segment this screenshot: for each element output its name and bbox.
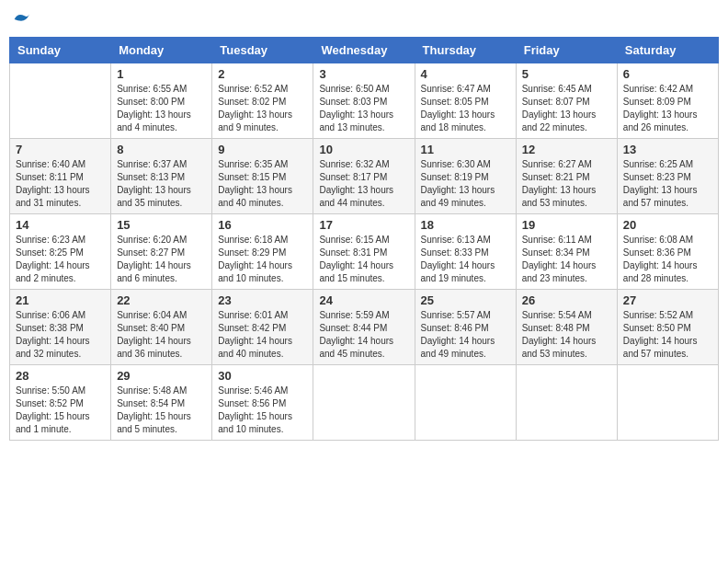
calendar-cell: 13Sunrise: 6:25 AMSunset: 8:23 PMDayligh… [617,139,718,214]
calendar-cell: 17Sunrise: 6:15 AMSunset: 8:31 PMDayligh… [313,214,415,290]
day-info: Sunrise: 6:01 AMSunset: 8:42 PMDaylight:… [218,309,307,361]
calendar-cell: 20Sunrise: 6:08 AMSunset: 8:36 PMDayligh… [617,214,718,290]
calendar-cell: 5Sunrise: 6:45 AMSunset: 8:07 PMDaylight… [516,63,617,139]
calendar-cell [415,365,516,441]
logo-area [9,9,33,29]
day-info: Sunrise: 6:25 AMSunset: 8:23 PMDaylight:… [623,158,712,210]
calendar-cell: 1Sunrise: 6:55 AMSunset: 8:00 PMDaylight… [111,63,212,139]
calendar-cell: 14Sunrise: 6:23 AMSunset: 8:25 PMDayligh… [10,214,111,290]
day-info: Sunrise: 5:59 AMSunset: 8:44 PMDaylight:… [319,309,408,361]
calendar-cell [313,365,415,441]
day-number: 27 [623,293,712,307]
logo [9,9,33,29]
week-row-2: 7Sunrise: 6:40 AMSunset: 8:11 PMDaylight… [10,139,719,214]
day-info: Sunrise: 6:55 AMSunset: 8:00 PMDaylight:… [117,83,206,134]
calendar-cell: 27Sunrise: 5:52 AMSunset: 8:50 PMDayligh… [617,290,718,365]
day-info: Sunrise: 6:47 AMSunset: 8:05 PMDaylight:… [421,83,510,134]
day-info: Sunrise: 6:13 AMSunset: 8:33 PMDaylight:… [421,234,510,285]
day-number: 1 [117,67,206,81]
day-number: 24 [319,293,408,307]
day-number: 3 [319,67,408,81]
day-number: 30 [218,369,307,383]
calendar-cell: 6Sunrise: 6:42 AMSunset: 8:09 PMDaylight… [617,63,718,139]
calendar-cell: 7Sunrise: 6:40 AMSunset: 8:11 PMDaylight… [10,139,111,214]
week-row-5: 28Sunrise: 5:50 AMSunset: 8:52 PMDayligh… [10,365,719,441]
week-row-1: 1Sunrise: 6:55 AMSunset: 8:00 PMDaylight… [10,63,719,139]
day-info: Sunrise: 6:23 AMSunset: 8:25 PMDaylight:… [16,234,105,285]
header-day-wednesday: Wednesday [313,38,415,63]
day-number: 22 [117,293,206,307]
header-row: SundayMondayTuesdayWednesdayThursdayFrid… [10,38,719,63]
calendar-cell: 15Sunrise: 6:20 AMSunset: 8:27 PMDayligh… [111,214,212,290]
day-number: 25 [421,293,510,307]
day-number: 28 [16,369,105,383]
day-number: 19 [522,218,611,232]
day-number: 10 [319,143,408,156]
calendar-cell: 16Sunrise: 6:18 AMSunset: 8:29 PMDayligh… [212,214,313,290]
header-day-thursday: Thursday [415,38,516,63]
calendar-cell: 26Sunrise: 5:54 AMSunset: 8:48 PMDayligh… [516,290,617,365]
day-number: 29 [117,369,206,383]
calendar-cell: 22Sunrise: 6:04 AMSunset: 8:40 PMDayligh… [111,290,212,365]
day-info: Sunrise: 5:54 AMSunset: 8:48 PMDaylight:… [522,309,611,361]
day-number: 21 [16,293,105,307]
header-day-sunday: Sunday [10,38,111,63]
day-number: 26 [522,293,611,307]
week-row-4: 21Sunrise: 6:06 AMSunset: 8:38 PMDayligh… [10,290,719,365]
calendar-cell: 11Sunrise: 6:30 AMSunset: 8:19 PMDayligh… [415,139,516,214]
day-info: Sunrise: 6:15 AMSunset: 8:31 PMDaylight:… [319,234,408,285]
calendar-cell [516,365,617,441]
day-number: 5 [522,67,611,81]
week-row-3: 14Sunrise: 6:23 AMSunset: 8:25 PMDayligh… [10,214,719,290]
day-info: Sunrise: 6:27 AMSunset: 8:21 PMDaylight:… [522,158,611,210]
day-number: 6 [623,67,712,81]
header-day-saturday: Saturday [617,38,718,63]
calendar-cell: 3Sunrise: 6:50 AMSunset: 8:03 PMDaylight… [313,63,415,139]
day-number: 11 [421,143,510,156]
calendar-cell: 10Sunrise: 6:32 AMSunset: 8:17 PMDayligh… [313,139,415,214]
calendar-cell: 30Sunrise: 5:46 AMSunset: 8:56 PMDayligh… [212,365,313,441]
day-number: 23 [218,293,307,307]
day-info: Sunrise: 6:50 AMSunset: 8:03 PMDaylight:… [319,83,408,134]
day-info: Sunrise: 6:20 AMSunset: 8:27 PMDaylight:… [117,234,206,285]
day-info: Sunrise: 6:18 AMSunset: 8:29 PMDaylight:… [218,234,307,285]
page: SundayMondayTuesdayWednesdayThursdayFrid… [0,0,728,563]
day-info: Sunrise: 5:48 AMSunset: 8:54 PMDaylight:… [117,385,206,436]
day-number: 20 [623,218,712,232]
day-number: 7 [16,143,105,156]
calendar-cell: 24Sunrise: 5:59 AMSunset: 8:44 PMDayligh… [313,290,415,365]
day-number: 16 [218,218,307,232]
calendar-cell: 21Sunrise: 6:06 AMSunset: 8:38 PMDayligh… [10,290,111,365]
calendar-cell [10,63,111,139]
header-day-tuesday: Tuesday [212,38,313,63]
day-number: 4 [421,67,510,81]
day-info: Sunrise: 5:57 AMSunset: 8:46 PMDaylight:… [421,309,510,361]
calendar-cell: 29Sunrise: 5:48 AMSunset: 8:54 PMDayligh… [111,365,212,441]
calendar-cell: 2Sunrise: 6:52 AMSunset: 8:02 PMDaylight… [212,63,313,139]
calendar-cell: 12Sunrise: 6:27 AMSunset: 8:21 PMDayligh… [516,139,617,214]
day-info: Sunrise: 6:45 AMSunset: 8:07 PMDaylight:… [522,83,611,134]
logo-bird-icon [11,9,31,29]
day-info: Sunrise: 5:46 AMSunset: 8:56 PMDaylight:… [218,385,307,436]
calendar-table: SundayMondayTuesdayWednesdayThursdayFrid… [9,37,719,441]
day-info: Sunrise: 6:42 AMSunset: 8:09 PMDaylight:… [623,83,712,134]
calendar-cell: 4Sunrise: 6:47 AMSunset: 8:05 PMDaylight… [415,63,516,139]
day-info: Sunrise: 6:37 AMSunset: 8:13 PMDaylight:… [117,158,206,210]
day-info: Sunrise: 6:35 AMSunset: 8:15 PMDaylight:… [218,158,307,210]
header-day-friday: Friday [516,38,617,63]
day-number: 13 [623,143,712,156]
calendar-cell: 18Sunrise: 6:13 AMSunset: 8:33 PMDayligh… [415,214,516,290]
day-info: Sunrise: 6:40 AMSunset: 8:11 PMDaylight:… [16,158,105,210]
day-number: 9 [218,143,307,156]
day-info: Sunrise: 6:08 AMSunset: 8:36 PMDaylight:… [623,234,712,285]
day-info: Sunrise: 5:50 AMSunset: 8:52 PMDaylight:… [16,385,105,436]
day-info: Sunrise: 6:11 AMSunset: 8:34 PMDaylight:… [522,234,611,285]
day-number: 15 [117,218,206,232]
day-number: 12 [522,143,611,156]
calendar-cell: 25Sunrise: 5:57 AMSunset: 8:46 PMDayligh… [415,290,516,365]
calendar-cell [617,365,718,441]
day-number: 2 [218,67,307,81]
header-day-monday: Monday [111,38,212,63]
day-info: Sunrise: 6:52 AMSunset: 8:02 PMDaylight:… [218,83,307,134]
day-number: 14 [16,218,105,232]
